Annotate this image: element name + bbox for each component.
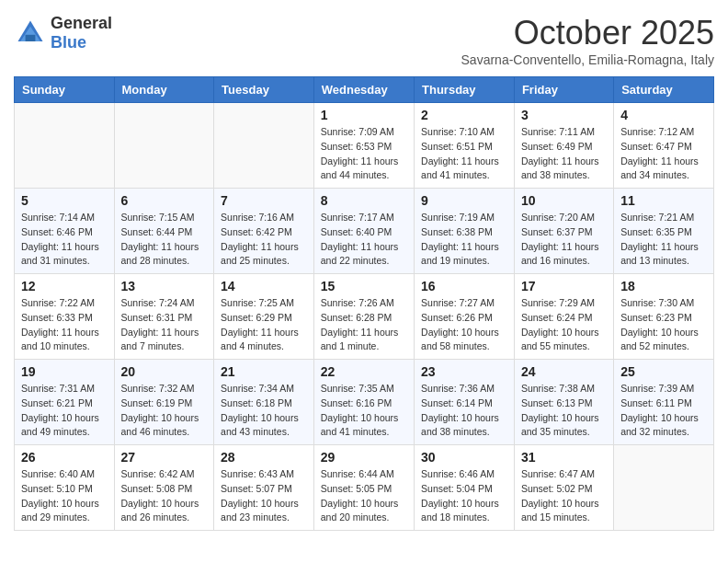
day-info: Sunrise: 7:36 AMSunset: 6:14 PMDaylight:… [421, 382, 507, 440]
day-info: Sunrise: 7:31 AMSunset: 6:21 PMDaylight:… [21, 382, 108, 440]
svg-rect-2 [26, 35, 36, 41]
calendar-week-3: 12Sunrise: 7:22 AMSunset: 6:33 PMDayligh… [15, 274, 714, 360]
calendar-cell [114, 103, 214, 189]
calendar-cell [15, 103, 115, 189]
day-number: 22 [321, 364, 407, 379]
day-info: Sunrise: 7:17 AMSunset: 6:40 PMDaylight:… [321, 211, 407, 269]
day-info: Sunrise: 7:25 AMSunset: 6:29 PMDaylight:… [221, 296, 307, 354]
day-info: Sunrise: 7:26 AMSunset: 6:28 PMDaylight:… [321, 296, 407, 354]
calendar-cell: 12Sunrise: 7:22 AMSunset: 6:33 PMDayligh… [15, 274, 115, 360]
day-number: 28 [221, 450, 307, 465]
calendar-cell: 3Sunrise: 7:11 AMSunset: 6:49 PMDaylight… [514, 103, 613, 189]
month-title: October 2025 [461, 14, 714, 52]
logo-icon [14, 17, 47, 50]
day-info: Sunrise: 7:21 AMSunset: 6:35 PMDaylight:… [620, 211, 707, 269]
calendar-cell: 26Sunrise: 6:40 AMSunset: 5:10 PMDayligh… [15, 445, 115, 531]
calendar-cell: 9Sunrise: 7:19 AMSunset: 6:38 PMDaylight… [415, 189, 515, 274]
day-number: 7 [221, 193, 307, 208]
calendar-cell: 22Sunrise: 7:35 AMSunset: 6:16 PMDayligh… [313, 360, 414, 445]
column-header-friday: Friday [514, 77, 613, 103]
calendar-week-5: 26Sunrise: 6:40 AMSunset: 5:10 PMDayligh… [15, 445, 714, 531]
day-info: Sunrise: 7:29 AMSunset: 6:24 PMDaylight:… [521, 296, 607, 354]
page-header: General Blue October 2025 Savarna-Conven… [14, 14, 714, 67]
calendar-cell: 19Sunrise: 7:31 AMSunset: 6:21 PMDayligh… [15, 360, 115, 445]
day-number: 11 [620, 193, 707, 208]
day-info: Sunrise: 7:38 AMSunset: 6:13 PMDaylight:… [521, 382, 607, 440]
day-info: Sunrise: 7:32 AMSunset: 6:19 PMDaylight:… [121, 382, 208, 440]
day-info: Sunrise: 7:19 AMSunset: 6:38 PMDaylight:… [421, 211, 507, 269]
day-number: 10 [521, 193, 607, 208]
day-number: 19 [21, 364, 108, 379]
calendar-cell: 23Sunrise: 7:36 AMSunset: 6:14 PMDayligh… [415, 360, 515, 445]
day-info: Sunrise: 6:40 AMSunset: 5:10 PMDaylight:… [21, 467, 108, 525]
calendar-cell: 25Sunrise: 7:39 AMSunset: 6:11 PMDayligh… [614, 360, 714, 445]
day-number: 9 [421, 193, 507, 208]
day-info: Sunrise: 7:39 AMSunset: 6:11 PMDaylight:… [620, 382, 707, 440]
day-info: Sunrise: 7:14 AMSunset: 6:46 PMDaylight:… [21, 211, 108, 269]
column-header-wednesday: Wednesday [313, 77, 414, 103]
day-info: Sunrise: 7:24 AMSunset: 6:31 PMDaylight:… [121, 296, 208, 354]
day-info: Sunrise: 7:27 AMSunset: 6:26 PMDaylight:… [421, 296, 507, 354]
calendar-cell: 29Sunrise: 6:44 AMSunset: 5:05 PMDayligh… [313, 445, 414, 531]
day-info: Sunrise: 7:12 AMSunset: 6:47 PMDaylight:… [620, 125, 707, 183]
day-number: 29 [321, 450, 407, 465]
day-info: Sunrise: 6:46 AMSunset: 5:04 PMDaylight:… [421, 467, 507, 525]
column-header-saturday: Saturday [614, 77, 714, 103]
calendar-week-2: 5Sunrise: 7:14 AMSunset: 6:46 PMDaylight… [15, 189, 714, 274]
day-number: 25 [620, 364, 707, 379]
day-info: Sunrise: 7:11 AMSunset: 6:49 PMDaylight:… [521, 125, 607, 183]
calendar-cell: 24Sunrise: 7:38 AMSunset: 6:13 PMDayligh… [514, 360, 613, 445]
calendar-cell: 5Sunrise: 7:14 AMSunset: 6:46 PMDaylight… [15, 189, 115, 274]
calendar-cell: 28Sunrise: 6:43 AMSunset: 5:07 PMDayligh… [214, 445, 314, 531]
day-number: 8 [321, 193, 407, 208]
logo-text: General Blue [51, 14, 112, 52]
day-info: Sunrise: 7:34 AMSunset: 6:18 PMDaylight:… [221, 382, 307, 440]
column-header-sunday: Sunday [15, 77, 115, 103]
logo-blue: Blue [51, 33, 86, 52]
column-header-thursday: Thursday [415, 77, 515, 103]
calendar-cell: 1Sunrise: 7:09 AMSunset: 6:53 PMDaylight… [313, 103, 414, 189]
calendar-cell: 21Sunrise: 7:34 AMSunset: 6:18 PMDayligh… [214, 360, 314, 445]
day-info: Sunrise: 7:30 AMSunset: 6:23 PMDaylight:… [620, 296, 707, 354]
day-number: 4 [620, 108, 707, 122]
day-number: 21 [221, 364, 307, 379]
calendar-cell: 30Sunrise: 6:46 AMSunset: 5:04 PMDayligh… [415, 445, 515, 531]
day-info: Sunrise: 6:43 AMSunset: 5:07 PMDaylight:… [221, 467, 307, 525]
day-info: Sunrise: 7:22 AMSunset: 6:33 PMDaylight:… [21, 296, 108, 354]
column-header-monday: Monday [114, 77, 214, 103]
calendar-cell: 11Sunrise: 7:21 AMSunset: 6:35 PMDayligh… [614, 189, 714, 274]
column-header-tuesday: Tuesday [214, 77, 314, 103]
day-number: 16 [421, 279, 507, 293]
location-subtitle: Savarna-Conventello, Emilia-Romagna, Ita… [461, 52, 714, 67]
day-number: 23 [421, 364, 507, 379]
calendar-cell: 10Sunrise: 7:20 AMSunset: 6:37 PMDayligh… [514, 189, 613, 274]
day-number: 27 [121, 450, 208, 465]
day-number: 18 [620, 279, 707, 293]
day-info: Sunrise: 7:16 AMSunset: 6:42 PMDaylight:… [221, 211, 307, 269]
calendar-cell: 20Sunrise: 7:32 AMSunset: 6:19 PMDayligh… [114, 360, 214, 445]
calendar-cell [614, 445, 714, 531]
calendar-cell: 4Sunrise: 7:12 AMSunset: 6:47 PMDaylight… [614, 103, 714, 189]
day-number: 1 [321, 108, 407, 122]
calendar-cell: 14Sunrise: 7:25 AMSunset: 6:29 PMDayligh… [214, 274, 314, 360]
title-area: October 2025 Savarna-Conventello, Emilia… [461, 14, 714, 67]
day-info: Sunrise: 7:09 AMSunset: 6:53 PMDaylight:… [321, 125, 407, 183]
calendar-table: SundayMondayTuesdayWednesdayThursdayFrid… [14, 76, 714, 531]
day-info: Sunrise: 6:47 AMSunset: 5:02 PMDaylight:… [521, 467, 607, 525]
logo: General Blue [14, 14, 112, 52]
day-number: 3 [521, 108, 607, 122]
day-info: Sunrise: 7:10 AMSunset: 6:51 PMDaylight:… [421, 125, 507, 183]
day-info: Sunrise: 7:35 AMSunset: 6:16 PMDaylight:… [321, 382, 407, 440]
day-number: 13 [121, 279, 208, 293]
day-info: Sunrise: 6:44 AMSunset: 5:05 PMDaylight:… [321, 467, 407, 525]
day-number: 12 [21, 279, 108, 293]
day-number: 30 [421, 450, 507, 465]
day-number: 15 [321, 279, 407, 293]
calendar-cell: 8Sunrise: 7:17 AMSunset: 6:40 PMDaylight… [313, 189, 414, 274]
day-number: 26 [21, 450, 108, 465]
day-number: 24 [521, 364, 607, 379]
day-number: 31 [521, 450, 607, 465]
day-number: 17 [521, 279, 607, 293]
calendar-cell: 27Sunrise: 6:42 AMSunset: 5:08 PMDayligh… [114, 445, 214, 531]
calendar-cell: 15Sunrise: 7:26 AMSunset: 6:28 PMDayligh… [313, 274, 414, 360]
